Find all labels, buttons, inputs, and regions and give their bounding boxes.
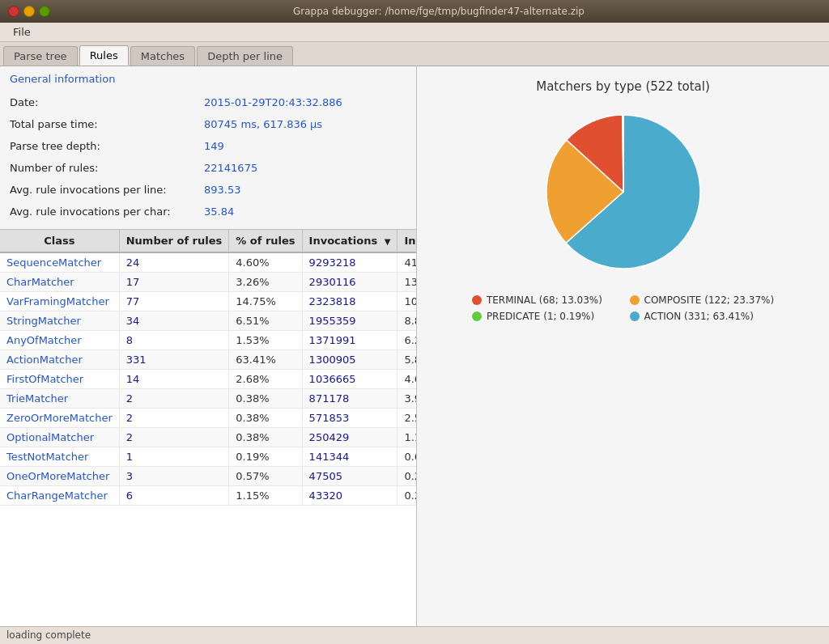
main-content: General information Date: 2015-01-29T20:… — [0, 66, 829, 626]
cell-pct-rules: 1.53% — [229, 331, 302, 350]
cell-pct-rules: 6.51% — [229, 311, 302, 331]
info-row: Avg. rule invocations per line: 893.53 — [10, 179, 406, 201]
table-row[interactable]: SequenceMatcher 24 4.60% 9293218 41.97% — [0, 252, 416, 273]
chart-title: Matchers by type (522 total) — [536, 79, 710, 94]
legend-text: TERMINAL (68; 13.03%) — [487, 294, 602, 306]
cell-pct-rules: 1.15% — [229, 486, 302, 506]
cell-pct-rules: 0.57% — [229, 467, 302, 486]
table-row[interactable]: StringMatcher 34 6.51% 1955359 8.83% — [0, 311, 416, 331]
cell-inv-pct: 1.13% — [397, 428, 416, 447]
info-value: 2015-01-29T20:43:32.886 — [204, 96, 342, 108]
file-menu[interactable]: File — [6, 24, 37, 40]
col-class: Class — [0, 230, 119, 252]
col-pct-rules: % of rules — [229, 230, 302, 252]
cell-rules: 34 — [119, 311, 229, 331]
cell-inv-pct: 0.20% — [397, 486, 416, 506]
cell-invocations: 9293218 — [302, 252, 397, 273]
cell-invocations: 1371991 — [302, 331, 397, 350]
col-invocations: Invocations ▼ — [302, 230, 397, 252]
info-label: Parse tree depth: — [10, 140, 204, 152]
col-num-rules: Number of rules — [119, 230, 229, 252]
cell-rules: 2 — [119, 389, 229, 409]
status-text: loading complete — [6, 629, 91, 641]
cell-invocations: 1955359 — [302, 311, 397, 331]
info-value: 35.84 — [204, 205, 234, 218]
cell-class: SequenceMatcher — [0, 252, 119, 273]
table-row[interactable]: VarFramingMatcher 77 14.75% 2323818 10.5… — [0, 292, 416, 311]
sort-icon[interactable]: ▼ — [385, 237, 391, 246]
table-row[interactable]: ActionMatcher 331 63.41% 1300905 5.88% — [0, 350, 416, 370]
legend-color — [630, 295, 640, 305]
cell-invocations: 2930116 — [302, 273, 397, 292]
table-row[interactable]: OneOrMoreMatcher 3 0.57% 47505 0.21% — [0, 467, 416, 486]
maximize-button[interactable] — [39, 6, 50, 17]
legend-color — [472, 311, 482, 321]
info-value: 22141675 — [204, 162, 257, 174]
table-row[interactable]: ZeroOrMoreMatcher 2 0.38% 571853 2.58% — [0, 409, 416, 428]
cell-inv-pct: 0.64% — [397, 447, 416, 467]
cell-rules: 14 — [119, 370, 229, 389]
statusbar: loading complete — [0, 626, 829, 644]
legend-item: ACTION (331; 63.41%) — [630, 311, 775, 322]
table-row[interactable]: TrieMatcher 2 0.38% 871178 3.93% — [0, 389, 416, 409]
cell-rules: 331 — [119, 350, 229, 370]
matcher-table: Class Number of rules % of rules Invocat… — [0, 230, 416, 506]
info-label: Number of rules: — [10, 162, 204, 174]
minimize-button[interactable] — [23, 6, 35, 17]
info-row: Parse tree depth: 149 — [10, 135, 406, 157]
cell-class: ZeroOrMoreMatcher — [0, 409, 119, 428]
window-controls[interactable] — [8, 6, 50, 17]
info-label: Date: — [10, 96, 204, 108]
table-container[interactable]: Class Number of rules % of rules Invocat… — [0, 230, 416, 626]
cell-inv-pct: 3.93% — [397, 389, 416, 409]
tab-parse-tree[interactable]: Parse tree — [3, 46, 78, 66]
cell-invocations: 571853 — [302, 409, 397, 428]
section-title: General information — [10, 73, 406, 85]
cell-class: TrieMatcher — [0, 389, 119, 409]
tab-rules[interactable]: Rules — [79, 45, 129, 66]
info-value: 149 — [204, 140, 224, 152]
tab-matches[interactable]: Matches — [130, 46, 195, 66]
cell-pct-rules: 0.38% — [229, 389, 302, 409]
legend-text: COMPOSITE (122; 23.37%) — [644, 294, 775, 306]
cell-inv-pct: 41.97% — [397, 252, 416, 273]
legend-item: PREDICATE (1; 0.19%) — [472, 311, 617, 322]
info-label: Avg. rule invocations per line: — [10, 184, 204, 196]
cell-pct-rules: 3.26% — [229, 273, 302, 292]
left-panel: General information Date: 2015-01-29T20:… — [0, 66, 417, 626]
legend-item: TERMINAL (68; 13.03%) — [472, 294, 617, 306]
table-row[interactable]: OptionalMatcher 2 0.38% 250429 1.13% — [0, 428, 416, 447]
cell-class: TestNotMatcher — [0, 447, 119, 467]
table-row[interactable]: TestNotMatcher 1 0.19% 141344 0.64% — [0, 447, 416, 467]
chart-legend: TERMINAL (68; 13.03%) COMPOSITE (122; 23… — [472, 294, 774, 322]
info-label: Avg. rule invocations per char: — [10, 205, 204, 218]
cell-inv-pct: 4.68% — [397, 370, 416, 389]
table-row[interactable]: CharRangeMatcher 6 1.15% 43320 0.20% — [0, 486, 416, 506]
cell-rules: 24 — [119, 252, 229, 273]
cell-class: VarFramingMatcher — [0, 292, 119, 311]
cell-pct-rules: 2.68% — [229, 370, 302, 389]
window-title: Grappa debugger: /home/fge/tmp/bugfinder… — [57, 6, 821, 17]
table-header-row: Class Number of rules % of rules Invocat… — [0, 230, 416, 252]
menubar: File — [0, 23, 829, 42]
legend-color — [472, 295, 482, 305]
cell-class: StringMatcher — [0, 311, 119, 331]
close-button[interactable] — [8, 6, 19, 17]
titlebar: Grappa debugger: /home/fge/tmp/bugfinder… — [0, 0, 829, 23]
table-row[interactable]: CharMatcher 17 3.26% 2930116 13.23% — [0, 273, 416, 292]
legend-item: COMPOSITE (122; 23.37%) — [630, 294, 775, 306]
tab-depth-per-line[interactable]: Depth per line — [197, 46, 293, 66]
cell-pct-rules: 63.41% — [229, 350, 302, 370]
cell-rules: 1 — [119, 447, 229, 467]
cell-pct-rules: 4.60% — [229, 252, 302, 273]
legend-color — [630, 311, 640, 321]
cell-invocations: 47505 — [302, 467, 397, 486]
cell-rules: 3 — [119, 467, 229, 486]
cell-rules: 17 — [119, 273, 229, 292]
table-row[interactable]: AnyOfMatcher 8 1.53% 1371991 6.20% — [0, 331, 416, 350]
pie-svg — [518, 107, 729, 285]
cell-inv-pct: 2.58% — [397, 409, 416, 428]
table-row[interactable]: FirstOfMatcher 14 2.68% 1036665 4.68% — [0, 370, 416, 389]
cell-class: OneOrMoreMatcher — [0, 467, 119, 486]
cell-pct-rules: 14.75% — [229, 292, 302, 311]
